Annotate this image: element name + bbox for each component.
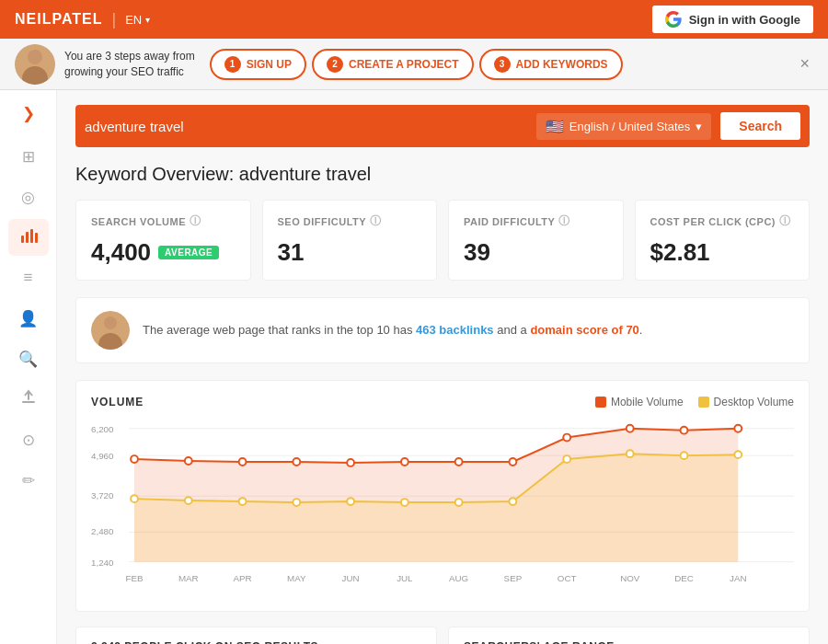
stat-value-seo-difficulty: 31 — [278, 238, 422, 267]
info-icon-paid-difficulty[interactable]: ⓘ — [558, 213, 570, 229]
svg-point-34 — [401, 458, 408, 466]
stat-paid-difficulty: PAID DIFFICULTY ⓘ 39 — [448, 200, 624, 281]
step-3-number: 3 — [494, 56, 511, 73]
svg-point-48 — [455, 499, 463, 506]
sidebar-item-analytics[interactable]: ◎ — [8, 178, 49, 215]
onboarding-banner: You are 3 steps away from growing your S… — [0, 39, 828, 90]
stat-label-search-volume: SEARCH VOLUME ⓘ — [91, 213, 236, 229]
legend-desktop-label: Desktop Volume — [714, 396, 794, 408]
svg-text:FEB: FEB — [125, 573, 143, 583]
step-1-number: 1 — [224, 56, 241, 73]
domain-score-link[interactable]: domain score of 70 — [530, 323, 638, 337]
sidebar-item-upload[interactable] — [8, 381, 49, 418]
svg-text:AUG: AUG — [449, 573, 468, 583]
legend-mobile-label: Mobile Volume — [611, 396, 684, 408]
svg-point-29 — [131, 455, 138, 463]
legend-desktop: Desktop Volume — [698, 396, 794, 408]
sidebar-item-monitor[interactable]: ⊙ — [8, 421, 49, 458]
sidebar-toggle[interactable]: ❯ — [0, 98, 56, 129]
legend-mobile-dot — [595, 397, 606, 408]
target-icon: ◎ — [21, 188, 35, 207]
language-selector-header[interactable]: EN ▾ — [125, 13, 150, 27]
google-icon — [665, 11, 682, 28]
svg-point-35 — [455, 458, 463, 466]
sidebar-item-reports[interactable]: ≡ — [8, 259, 49, 296]
info-strip: The average web page that ranks in the t… — [75, 297, 810, 363]
flag-icon: 🇺🇸 — [546, 118, 564, 135]
step-2-label: CREATE A PROJECT — [349, 58, 459, 71]
volume-chart-card: VOLUME Mobile Volume Desktop Volume 6,20… — [75, 380, 810, 612]
search-icon: 🔍 — [18, 350, 38, 369]
sign-in-button[interactable]: Sign in with Google — [652, 6, 813, 33]
svg-point-50 — [563, 455, 570, 463]
svg-point-40 — [734, 425, 742, 432]
svg-point-37 — [563, 434, 570, 442]
chart-legend: Mobile Volume Desktop Volume — [595, 396, 794, 408]
svg-point-44 — [239, 498, 247, 505]
sign-in-label: Sign in with Google — [689, 13, 800, 27]
bottom-label-age-range: SEARCHERS' AGE RANGE — [464, 640, 615, 644]
stat-value-paid-difficulty: 39 — [464, 238, 608, 267]
svg-point-30 — [185, 457, 192, 465]
search-bar: 🇺🇸 English / United States ▾ Search — [75, 105, 810, 147]
step-3-button[interactable]: 3 ADD KEYWORDS — [479, 49, 623, 80]
info-icon-seo-difficulty[interactable]: ⓘ — [370, 213, 382, 229]
svg-point-31 — [239, 458, 247, 466]
header: NEILPATEL | EN ▾ Sign in with Google — [0, 0, 828, 39]
svg-text:JAN: JAN — [730, 573, 746, 583]
step-1-button[interactable]: 1 SIGN UP — [210, 49, 306, 80]
legend-desktop-dot — [698, 397, 709, 408]
header-divider: | — [112, 10, 117, 29]
svg-rect-0 — [21, 236, 24, 243]
list-icon: ≡ — [24, 269, 33, 287]
svg-point-47 — [401, 499, 408, 506]
chevron-down-icon: ▾ — [696, 120, 702, 133]
language-label-header: EN — [125, 13, 142, 27]
language-selector[interactable]: 🇺🇸 English / United States ▾ — [536, 113, 712, 140]
chevron-down-icon: ▾ — [145, 15, 150, 25]
volume-chart-svg: 6,200 4,960 3,720 2,480 1,240 FEB MAR AP… — [91, 418, 794, 592]
main-layout: ❯ ⊞ ◎ ≡ 👤 🔍 — [0, 90, 828, 644]
sidebar-item-dashboard[interactable]: ⊞ — [8, 138, 49, 175]
step-3-label: ADD KEYWORDS — [516, 58, 608, 71]
svg-point-52 — [681, 452, 688, 459]
average-badge: AVERAGE — [158, 246, 219, 259]
step-1-label: SIGN UP — [247, 58, 292, 71]
sidebar-item-users[interactable]: 👤 — [8, 300, 49, 337]
svg-text:JUN: JUN — [342, 573, 360, 583]
sidebar-item-edit[interactable]: ✏ — [8, 462, 49, 499]
svg-point-43 — [185, 497, 192, 504]
svg-text:MAR: MAR — [178, 573, 199, 583]
backlinks-link[interactable]: 463 backlinks — [416, 323, 494, 337]
svg-text:NOV: NOV — [620, 573, 640, 583]
bottom-row: 2,242 PEOPLE CLICK ON SEO RESULTS SEARCH… — [75, 627, 810, 644]
bottom-card-seo-results: 2,242 PEOPLE CLICK ON SEO RESULTS — [75, 627, 437, 644]
info-icon-search-volume[interactable]: ⓘ — [190, 213, 201, 229]
svg-text:SEP: SEP — [504, 573, 523, 583]
svg-text:MAY: MAY — [287, 573, 306, 583]
chart-icon — [19, 226, 38, 249]
legend-mobile: Mobile Volume — [595, 396, 684, 408]
close-icon[interactable]: × — [796, 51, 813, 77]
svg-text:APR: APR — [233, 573, 251, 583]
svg-text:OCT: OCT — [558, 573, 577, 583]
chart-title: VOLUME — [91, 396, 144, 408]
search-input[interactable] — [85, 119, 527, 134]
step-2-button[interactable]: 2 CREATE A PROJECT — [312, 49, 474, 80]
svg-rect-4 — [22, 401, 35, 403]
upload-icon — [20, 389, 37, 410]
search-button[interactable]: Search — [720, 112, 800, 140]
stat-value-cpc: $2.81 — [650, 238, 795, 267]
banner-message: You are 3 steps away from growing your S… — [64, 49, 195, 80]
edit-icon: ✏ — [22, 471, 35, 490]
info-icon-cpc[interactable]: ⓘ — [779, 213, 791, 229]
sidebar: ❯ ⊞ ◎ ≡ 👤 🔍 — [0, 90, 57, 644]
svg-point-38 — [627, 425, 634, 432]
chevron-right-icon: ❯ — [22, 104, 35, 123]
stat-label-seo-difficulty: SEO DIFFICULTY ⓘ — [278, 213, 422, 229]
svg-text:3,720: 3,720 — [91, 490, 114, 500]
sidebar-item-seo[interactable] — [8, 219, 49, 256]
sidebar-item-search[interactable]: 🔍 — [8, 340, 49, 377]
svg-text:DEC: DEC — [674, 573, 694, 583]
banner-steps: 1 SIGN UP 2 CREATE A PROJECT 3 ADD KEYWO… — [210, 49, 788, 80]
